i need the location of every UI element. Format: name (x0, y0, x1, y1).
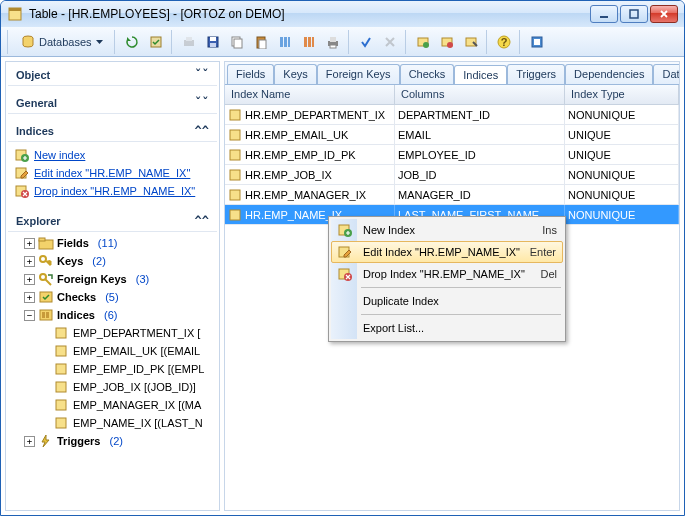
new-index-action[interactable]: New index (14, 146, 211, 164)
context-menu: New IndexIns Edit Index "HR.EMP_NAME_IX"… (328, 216, 566, 342)
svg-rect-18 (304, 37, 307, 47)
minimize-button[interactable] (590, 5, 618, 23)
tree-index-item[interactable]: EMP_EMAIL_UK [(EMAIL (10, 342, 215, 360)
paste-icon[interactable] (250, 31, 272, 53)
refresh-icon[interactable] (121, 31, 143, 53)
grid-header: Index Name Columns Index Type (225, 85, 679, 105)
tree-indices[interactable]: −Indices (6) (10, 306, 215, 324)
expand-icon: ^^ (195, 214, 209, 228)
left-panel: Objectˇˇ Generalˇˇ Indices^^ New index E… (5, 61, 220, 511)
ctx-edit-index[interactable]: Edit Index "HR.EMP_NAME_IX"Enter (331, 241, 563, 263)
ctx-export-list[interactable]: Export List... (331, 317, 563, 339)
tool2-icon[interactable] (436, 31, 458, 53)
svg-point-27 (447, 42, 453, 48)
help-icon[interactable]: ? (493, 31, 515, 53)
compile-icon[interactable] (145, 31, 167, 53)
svg-rect-48 (56, 364, 66, 374)
tree-fkeys[interactable]: +Foreign Keys (3) (10, 270, 215, 288)
main-window: Table - [HR.EMPLOYEES] - [ORTOZ on DEMO]… (0, 0, 685, 516)
tree-triggers[interactable]: +Triggers (2) (10, 432, 215, 450)
collapse-icon: ˇˇ (195, 68, 209, 82)
commit-icon[interactable] (355, 31, 377, 53)
svg-rect-22 (330, 37, 336, 42)
maximize-button[interactable] (620, 5, 648, 23)
col-index-type[interactable]: Index Type (565, 85, 679, 104)
edit-index-action[interactable]: Edit index "HR.EMP_NAME_IX" (14, 164, 211, 182)
databases-label: Databases (39, 36, 92, 48)
indices-actions: New index Edit index "HR.EMP_NAME_IX" Dr… (8, 142, 217, 204)
columns-icon[interactable] (274, 31, 296, 53)
col-index-name[interactable]: Index Name (225, 85, 395, 104)
tree-keys[interactable]: +Keys (2) (10, 252, 215, 270)
tab-foreign-keys[interactable]: Foreign Keys (317, 64, 400, 84)
tool1-icon[interactable] (412, 31, 434, 53)
svg-rect-10 (210, 43, 216, 47)
databases-menu[interactable]: Databases (14, 31, 110, 53)
tab-data[interactable]: Dat (653, 64, 679, 84)
app-icon (7, 6, 23, 22)
svg-rect-2 (600, 16, 608, 18)
restore-icon[interactable] (526, 31, 548, 53)
table-row[interactable]: HR.EMP_EMP_ID_PKEMPLOYEE_IDUNIQUE (225, 145, 679, 165)
svg-rect-57 (230, 210, 240, 220)
ctx-drop-index[interactable]: Drop Index "HR.EMP_NAME_IX"Del (331, 263, 563, 285)
explorer-tree: +Fields (11) +Keys (2) +Foreign Keys (3)… (8, 232, 217, 508)
rollback-icon[interactable] (379, 31, 401, 53)
svg-rect-50 (56, 400, 66, 410)
ctx-new-index[interactable]: New IndexIns (331, 219, 563, 241)
section-explorer[interactable]: Explorer^^ (8, 210, 217, 232)
svg-rect-7 (186, 37, 192, 41)
tree-index-item[interactable]: EMP_JOB_IX [(JOB_ID)] (10, 378, 215, 396)
drop-index-action[interactable]: Drop index "HR.EMP_NAME_IX" (14, 182, 211, 200)
edit-index-icon (337, 244, 353, 260)
collapse-icon: ˇˇ (195, 96, 209, 110)
svg-rect-47 (56, 346, 66, 356)
tool3-icon[interactable] (460, 31, 482, 53)
svg-rect-16 (284, 37, 287, 47)
table-row[interactable]: HR.EMP_EMAIL_UKEMAILUNIQUE (225, 125, 679, 145)
tab-fields[interactable]: Fields (227, 64, 274, 84)
table-row[interactable]: HR.EMP_DEPARTMENT_IXDEPARTMENT_IDNONUNIQ… (225, 105, 679, 125)
grid-body: HR.EMP_DEPARTMENT_IXDEPARTMENT_IDNONUNIQ… (225, 105, 679, 225)
svg-point-25 (423, 42, 429, 48)
copy-icon[interactable] (226, 31, 248, 53)
section-indices[interactable]: Indices^^ (8, 120, 217, 142)
tab-dependencies[interactable]: Dependencies (565, 64, 653, 84)
print-icon[interactable] (178, 31, 200, 53)
svg-rect-12 (234, 39, 242, 48)
svg-rect-19 (308, 37, 311, 47)
tab-keys[interactable]: Keys (274, 64, 316, 84)
section-object[interactable]: Objectˇˇ (8, 64, 217, 86)
svg-rect-17 (288, 37, 290, 47)
section-general[interactable]: Generalˇˇ (8, 92, 217, 114)
close-button[interactable] (650, 5, 678, 23)
tree-index-item[interactable]: EMP_DEPARTMENT_IX [ (10, 324, 215, 342)
svg-rect-55 (230, 170, 240, 180)
expand-icon: ^^ (195, 124, 209, 138)
tree-index-item[interactable]: EMP_NAME_IX [(LAST_N (10, 414, 215, 432)
tree-fields[interactable]: +Fields (11) (10, 234, 215, 252)
col-columns[interactable]: Columns (395, 85, 565, 104)
tab-checks[interactable]: Checks (400, 64, 455, 84)
titlebar[interactable]: Table - [HR.EMPLOYEES] - [ORTOZ on DEMO] (1, 1, 684, 27)
svg-rect-54 (230, 150, 240, 160)
new-index-icon (337, 222, 353, 238)
window-title: Table - [HR.EMPLOYEES] - [ORTOZ on DEMO] (29, 7, 590, 21)
tree-checks[interactable]: +Checks (5) (10, 288, 215, 306)
drop-index-icon (337, 266, 353, 282)
svg-rect-49 (56, 382, 66, 392)
svg-rect-1 (9, 8, 21, 11)
svg-rect-23 (330, 45, 336, 48)
print2-icon[interactable] (322, 31, 344, 53)
tab-triggers[interactable]: Triggers (507, 64, 565, 84)
tree-index-item[interactable]: EMP_EMP_ID_PK [(EMPL (10, 360, 215, 378)
tab-indices[interactable]: Indices (454, 65, 507, 85)
svg-rect-9 (210, 37, 216, 41)
tree-index-item[interactable]: EMP_MANAGER_IX [(MA (10, 396, 215, 414)
table-row[interactable]: HR.EMP_JOB_IXJOB_IDNONUNIQUE (225, 165, 679, 185)
save-icon[interactable] (202, 31, 224, 53)
table-row[interactable]: HR.EMP_MANAGER_IXMANAGER_IDNONUNIQUE (225, 185, 679, 205)
tab-bar: Fields Keys Foreign Keys Checks Indices … (225, 62, 679, 85)
columns2-icon[interactable] (298, 31, 320, 53)
ctx-duplicate-index[interactable]: Duplicate Index (331, 290, 563, 312)
